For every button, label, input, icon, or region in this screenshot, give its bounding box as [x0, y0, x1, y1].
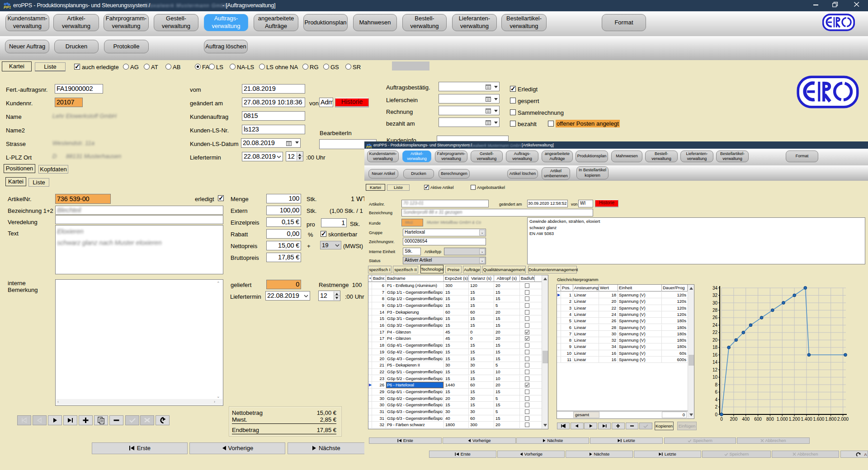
svg-text:PPS: PPS — [4, 5, 11, 9]
svg-text:0: 0 — [715, 412, 717, 417]
svg-text:16: 16 — [712, 352, 718, 357]
svg-text:400: 400 — [742, 417, 750, 422]
svg-text:1.800: 1.800 — [825, 417, 836, 422]
svg-text:22: 22 — [712, 330, 718, 335]
svg-text:1.400: 1.400 — [801, 417, 812, 422]
svg-text:800: 800 — [766, 417, 774, 422]
svg-text:14: 14 — [712, 360, 718, 365]
svg-text:1.600: 1.600 — [813, 417, 824, 422]
svg-text:2.000: 2.000 — [837, 417, 849, 422]
svg-text:200: 200 — [730, 417, 738, 422]
svg-text:18: 18 — [712, 345, 718, 350]
svg-text:10: 10 — [712, 375, 718, 380]
svg-text:1.000: 1.000 — [777, 417, 788, 422]
svg-text:12: 12 — [712, 367, 718, 372]
svg-text:24: 24 — [712, 323, 718, 328]
svg-text:1.200: 1.200 — [789, 417, 800, 422]
svg-text:4: 4 — [715, 397, 717, 402]
svg-text:20: 20 — [712, 338, 718, 343]
svg-text:600: 600 — [754, 417, 762, 422]
svg-text:34: 34 — [712, 286, 718, 291]
svg-text:26: 26 — [712, 315, 718, 320]
svg-text:8: 8 — [715, 382, 717, 387]
svg-text:2: 2 — [715, 404, 717, 409]
svg-text:30: 30 — [712, 301, 718, 306]
svg-text:PPS: PPS — [366, 146, 372, 149]
svg-text:6: 6 — [715, 390, 717, 395]
svg-text:0: 0 — [720, 417, 723, 422]
svg-text:28: 28 — [712, 308, 718, 313]
svg-text:32: 32 — [712, 293, 718, 298]
